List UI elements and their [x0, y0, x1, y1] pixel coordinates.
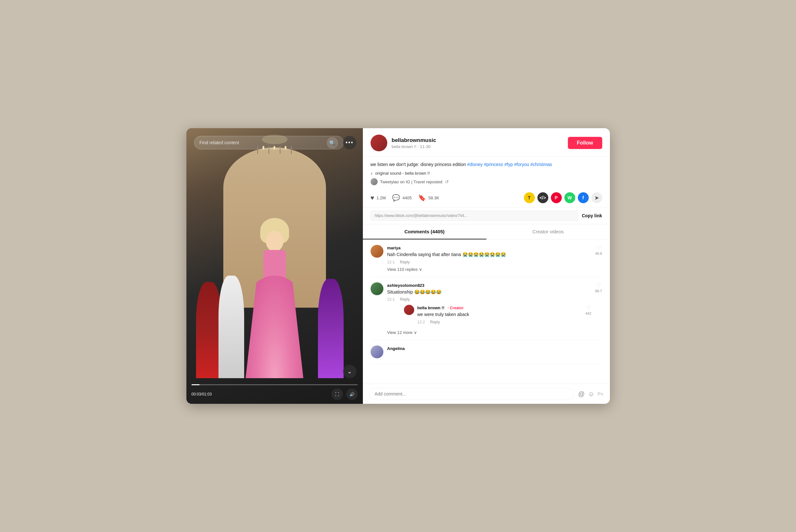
- volume-icon: 🔊: [349, 392, 355, 397]
- share-code-button[interactable]: </>: [538, 192, 548, 203]
- search-icon: 🔍: [329, 140, 336, 146]
- comment-username: mariya: [387, 246, 401, 250]
- reply-button[interactable]: Reply: [400, 297, 410, 302]
- comment-input-row: @ ☺ Po: [363, 384, 610, 404]
- comment-date: 12-1: [387, 260, 395, 264]
- like-icon[interactable]: ♡: [596, 245, 601, 251]
- bg-figure-2: [218, 276, 244, 378]
- profile-username: bellabrownmusic: [392, 137, 563, 144]
- repost-row: Tweetylao on IG | Travel reposted ↺: [370, 178, 602, 185]
- emoji-button[interactable]: ☺: [588, 390, 594, 398]
- video-panel: Find related content 🔍 ••• ⌄: [186, 128, 363, 404]
- princess-figure: [246, 224, 304, 378]
- profile-subtitle: bella brown !! · 11-30: [392, 144, 563, 149]
- sound-row: ♪ original sound - bella brown !!: [370, 171, 602, 176]
- comment-username: Angelina: [387, 346, 405, 351]
- likes-action[interactable]: ♥ 1.2M: [370, 194, 386, 202]
- sound-name: original sound - bella brown !!: [375, 171, 430, 176]
- share-pinterest-button[interactable]: P: [551, 192, 562, 203]
- like-count: 86.7: [595, 289, 602, 293]
- share-whatsapp-button[interactable]: W: [564, 192, 575, 203]
- comment-body: ashleysolomon823 Situationship 😂😂😂😂😂 12-…: [387, 282, 592, 335]
- comment-text: we were truly taken aback: [417, 311, 582, 318]
- search-bar[interactable]: Find related content 🔍: [194, 136, 344, 149]
- profile-info: bellabrownmusic bella brown !! · 11-30: [392, 137, 563, 149]
- video-link: https://www.tiktok.com/@bellabrownmusic/…: [370, 211, 579, 221]
- scroll-down-button[interactable]: ⌄: [343, 365, 357, 378]
- comment-item: ashleysolomon823 Situationship 😂😂😂😂😂 12-…: [370, 277, 602, 340]
- reply-button[interactable]: Reply: [400, 260, 410, 264]
- profile-header: bellabrownmusic bella brown !! · 11-30 F…: [363, 128, 610, 157]
- input-actions: @ ☺ Po: [578, 390, 603, 398]
- chevron-down-icon: ∨: [419, 267, 422, 272]
- bookmarks-count: 58.3K: [428, 195, 439, 200]
- search-placeholder: Find related content: [200, 140, 338, 145]
- comment-avatar: [370, 345, 383, 358]
- time-display: 00:03/01:03: [192, 392, 212, 396]
- heart-icon: ♥: [370, 194, 375, 202]
- comment-body: mariya Nah Cinderella saying that after …: [387, 245, 592, 272]
- fullscreen-icon: ⛶: [335, 392, 339, 397]
- tabs-row: Comments (4405) Creator videos: [363, 224, 610, 240]
- volume-button[interactable]: 🔊: [346, 388, 358, 400]
- comment-like: ♡ 46.8: [595, 245, 602, 272]
- share-more-button[interactable]: ➤: [591, 192, 602, 203]
- link-row: https://www.tiktok.com/@bellabrownmusic/…: [363, 207, 610, 224]
- nested-comment: bella brown !! · Creator we were truly t…: [404, 302, 592, 327]
- chevron-down-icon: ⌄: [347, 368, 352, 375]
- like-count: 46.8: [595, 251, 602, 255]
- follow-button[interactable]: Follow: [568, 137, 602, 149]
- bg-figure-1: [196, 282, 222, 378]
- comment-text: Nah Cinderella saying that after tiana 😭…: [387, 251, 592, 258]
- more-options-button[interactable]: •••: [343, 136, 357, 149]
- video-controls: 00:03/01:03 ⛶ 🔊: [186, 384, 363, 404]
- share-icons: T </> P W f ➤: [524, 192, 602, 203]
- comment-body: bella brown !! · Creator we were truly t…: [417, 305, 582, 324]
- comment-meta: 12-1 Reply: [387, 260, 592, 264]
- right-panel: bellabrownmusic bella brown !! · 11-30 F…: [363, 128, 610, 404]
- comments-area: mariya Nah Cinderella saying that after …: [363, 240, 610, 384]
- avatar: [370, 135, 387, 151]
- comment-icon: 💬: [392, 194, 400, 202]
- likes-count: 1.2M: [376, 195, 386, 200]
- comment-avatar: [404, 305, 414, 315]
- comment-item: mariya Nah Cinderella saying that after …: [370, 240, 602, 277]
- comment-like: ♡ 442: [585, 305, 591, 324]
- search-icon-btn[interactable]: 🔍: [327, 137, 338, 149]
- repost-icon: ↺: [445, 179, 449, 184]
- tab-creator-videos[interactable]: Creator videos: [486, 224, 610, 240]
- bg-figure-3: [318, 279, 344, 378]
- comment-meta: 12-2 Reply: [417, 320, 582, 324]
- reply-button[interactable]: Reply: [430, 320, 440, 324]
- view-more-replies-button[interactable]: View 12 more ∨: [387, 330, 417, 335]
- copy-link-button[interactable]: Copy link: [582, 213, 602, 218]
- at-mention-button[interactable]: @: [578, 390, 584, 398]
- tab-comments[interactable]: Comments (4405): [363, 224, 486, 240]
- chevron-down-icon: ∨: [414, 330, 417, 335]
- repost-text: Tweetylao on IG | Travel reposted: [380, 179, 442, 184]
- progress-bar[interactable]: [192, 384, 358, 385]
- share-tiktok-button[interactable]: T: [524, 192, 535, 203]
- repost-avatar: [370, 178, 378, 185]
- view-replies-button[interactable]: View 110 replies ∨: [387, 267, 422, 272]
- post-button[interactable]: Po: [598, 391, 603, 396]
- like-icon[interactable]: ♡: [586, 305, 591, 311]
- comment-text: Situationship 😂😂😂😂😂: [387, 289, 592, 296]
- caption-text: we listen we don't judge: disney princes…: [370, 161, 602, 168]
- caption-area: we listen we don't judge: disney princes…: [363, 157, 610, 188]
- actions-row: ♥ 1.2M 💬 4405 🔖 58.3K T </> P W f ➤: [363, 188, 610, 207]
- comment-input[interactable]: [369, 388, 574, 400]
- comment-username: bella brown !!: [417, 305, 445, 310]
- comment-meta: 12-1 Reply: [387, 297, 592, 302]
- fullscreen-button[interactable]: ⛶: [331, 388, 343, 400]
- like-icon[interactable]: ♡: [596, 282, 601, 288]
- comment-avatar: [370, 282, 383, 295]
- caption-hashtags: #disney #princess #fyp #foryou #christma…: [467, 162, 552, 167]
- share-facebook-button[interactable]: f: [578, 192, 589, 203]
- comments-action[interactable]: 💬 4405: [392, 194, 412, 202]
- comment-date: 12-2: [417, 320, 425, 324]
- bookmarks-action[interactable]: 🔖 58.3K: [418, 194, 439, 202]
- like-count: 442: [585, 311, 591, 315]
- creator-badge: · Creator: [448, 306, 463, 310]
- comment-item: Angelina: [370, 340, 602, 364]
